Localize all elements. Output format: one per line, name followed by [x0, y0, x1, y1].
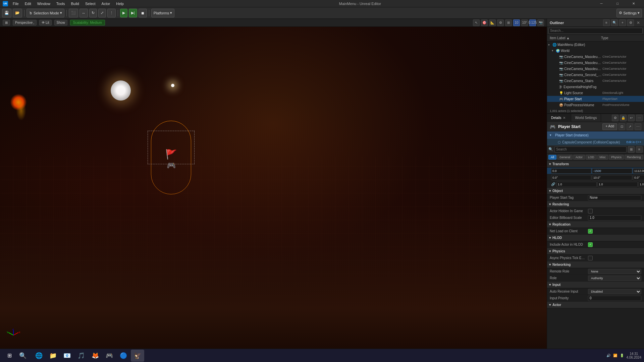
taskbar-app-steam[interactable]: 🔵: [117, 350, 130, 362]
platforms-button[interactable]: Platforms ▾: [151, 9, 174, 17]
details-settings-button[interactable]: ⚙: [612, 115, 619, 121]
transform-button-4[interactable]: ⤢: [98, 9, 106, 17]
stop-button[interactable]: ⏹: [139, 9, 147, 17]
outliner-add-button[interactable]: +: [619, 19, 626, 26]
simulate-button[interactable]: ▶|: [129, 9, 137, 17]
taskbar-app-discord[interactable]: 🎮: [103, 350, 116, 362]
settings-button[interactable]: ⚙ Settings ▾: [616, 9, 642, 17]
details-search-input[interactable]: [554, 146, 627, 153]
viewport-icon-btn-1[interactable]: ↖: [473, 19, 480, 26]
cat-tab-all[interactable]: All: [548, 155, 556, 160]
taskbar-start-button[interactable]: ⊞: [3, 349, 16, 362]
details-lock-button[interactable]: 🔒: [620, 115, 627, 121]
instance-expand-icon[interactable]: ▾: [550, 133, 554, 137]
transform-section-header[interactable]: ▾ Transform: [547, 161, 644, 168]
cat-tab-misc[interactable]: Misc: [597, 155, 608, 160]
perspective-button[interactable]: Perspective ,: [13, 20, 37, 25]
viewport-layout-button[interactable]: ⊞: [3, 20, 10, 25]
viewport-icon-btn-snap[interactable]: 10: [513, 19, 520, 26]
details-tab-close[interactable]: ✕: [561, 116, 567, 120]
rotation-x-input[interactable]: [551, 175, 591, 180]
taskbar-app-music[interactable]: 🎵: [74, 350, 88, 362]
cat-tab-rendering[interactable]: Rendering: [625, 155, 643, 160]
menu-item-select[interactable]: Select: [83, 1, 98, 6]
viewport-icon-btn-camera[interactable]: 📷: [537, 19, 544, 26]
expand-icon-world[interactable]: ▾: [552, 49, 556, 52]
taskbar-app-files[interactable]: 📁: [46, 350, 60, 362]
world-settings-tab[interactable]: World Settings: [571, 114, 601, 122]
taskbar-search-button[interactable]: 🔍: [16, 350, 30, 362]
player-start-actor[interactable]: 🚩 🎮: [148, 121, 195, 198]
transform-button-1[interactable]: ⬛: [69, 9, 78, 17]
play-button[interactable]: ▶: [120, 9, 127, 17]
viewport-icon-btn-4[interactable]: ⚙: [497, 19, 504, 26]
role-select[interactable]: Authority: [588, 276, 641, 281]
more-options-button[interactable]: ⋮: [107, 9, 116, 17]
cat-tab-physics[interactable]: Physics: [609, 155, 624, 160]
taskbar-app-browser[interactable]: 🌐: [32, 350, 46, 362]
scalability-badge[interactable]: Scalability: Medium: [70, 20, 105, 25]
tree-item-camera-4[interactable]: 📷 CineCamera_Second_Crypt_01 CineCameraA…: [547, 72, 644, 78]
details-more-button[interactable]: ⋯: [636, 115, 643, 121]
tree-item-camera-1[interactable]: 📷 CineCamera_Masoleum_A_01 CineCameraAct…: [547, 54, 644, 60]
selection-mode-button[interactable]: 🖱 Selection Mode ▾: [26, 9, 64, 17]
async-physics-checkbox[interactable]: [588, 256, 593, 260]
instance-row[interactable]: ▾ Player Start (Instance): [547, 131, 644, 139]
location-x-input[interactable]: [551, 168, 591, 174]
billboard-scale-input[interactable]: [588, 215, 641, 221]
rendering-section-header[interactable]: ▾ Rendering: [547, 201, 644, 208]
net-load-checkbox[interactable]: ✓: [588, 229, 593, 234]
viewport-icon-btn-grid[interactable]: ⊞: [505, 19, 512, 26]
outliner-settings-button[interactable]: ⚙: [627, 19, 634, 26]
minimize-button[interactable]: ─: [594, 0, 609, 7]
replication-section-header[interactable]: ▾ Replication: [547, 221, 644, 228]
menu-item-actor[interactable]: Actor: [99, 1, 113, 6]
taskbar-sound-icon[interactable]: 🔊: [606, 354, 610, 357]
actor-hidden-checkbox[interactable]: [588, 209, 593, 214]
location-z-input[interactable]: [633, 168, 644, 174]
taskbar-wifi-icon[interactable]: 📶: [613, 354, 617, 357]
show-button[interactable]: Show: [54, 20, 67, 25]
transform-button-3[interactable]: ↻: [89, 9, 97, 17]
hlod-section-header[interactable]: ▾ HLOD: [547, 235, 644, 241]
input-priority-input[interactable]: [588, 296, 641, 301]
tree-item-world[interactable]: ▾ 🌍 World: [547, 48, 644, 54]
cat-tab-general[interactable]: General: [557, 155, 573, 160]
physics-section-header[interactable]: ▾ Physics: [547, 248, 644, 255]
viewport-icon-btn-3[interactable]: 📐: [489, 19, 496, 26]
tree-item-camera-5[interactable]: 📷 CineCamera_Stairs CineCameraActor: [547, 78, 644, 84]
add-component-button[interactable]: + Add: [602, 123, 617, 130]
outliner-close-button[interactable]: ✕: [635, 20, 641, 25]
maximize-button[interactable]: □: [610, 0, 625, 7]
details-tab[interactable]: Details ✕: [547, 114, 571, 122]
menu-item-build[interactable]: Build: [68, 1, 82, 6]
details-export-button[interactable]: ↗: [627, 123, 633, 130]
tree-item-fog[interactable]: 🌫 ExponentialHeightFog: [547, 84, 644, 90]
outliner-search-input[interactable]: [548, 28, 643, 34]
close-button[interactable]: ✕: [626, 0, 641, 7]
tree-item-camera-2[interactable]: 📷 CineCamera_Masoleum_A_2 CineCameraActo…: [547, 60, 644, 66]
viewport[interactable]: 🚩 🎮 X Y Z: [0, 27, 547, 352]
cat-tab-lod[interactable]: LOD: [586, 155, 597, 160]
cat-tab-actor[interactable]: Actor: [573, 155, 585, 160]
details-filter-button[interactable]: ⊡: [619, 123, 625, 130]
actor-section-header[interactable]: ▾ Actor: [547, 302, 644, 308]
transform-button-2[interactable]: ↔: [79, 9, 88, 17]
edit-cpp-button[interactable]: Edit in C++: [626, 140, 641, 144]
taskbar-clock[interactable]: 14:31 4.06.2024: [627, 352, 642, 359]
taskbar-battery-icon[interactable]: 🔋: [620, 354, 624, 357]
scale-x-input[interactable]: [556, 182, 597, 187]
taskbar-app-firefox[interactable]: 🦊: [89, 350, 102, 362]
scale-y-input[interactable]: [597, 182, 638, 187]
details-list-view-button[interactable]: ≡: [636, 146, 643, 153]
expand-icon-mainmenu[interactable]: ▸: [548, 43, 552, 46]
location-y-input[interactable]: [592, 168, 632, 174]
outliner-filter-button[interactable]: ≡: [603, 19, 610, 26]
save-button[interactable]: 💾: [2, 9, 11, 17]
include-hlod-checkbox[interactable]: ✓: [588, 242, 593, 247]
outliner-search-button[interactable]: 🔍: [611, 19, 618, 26]
taskbar-app-mail[interactable]: 📧: [60, 350, 74, 362]
object-section-header[interactable]: ▾ Object: [547, 188, 644, 194]
player-start-tag-input[interactable]: [588, 195, 641, 200]
viewport-icon-btn-speed[interactable]: 0.125: [529, 19, 536, 26]
